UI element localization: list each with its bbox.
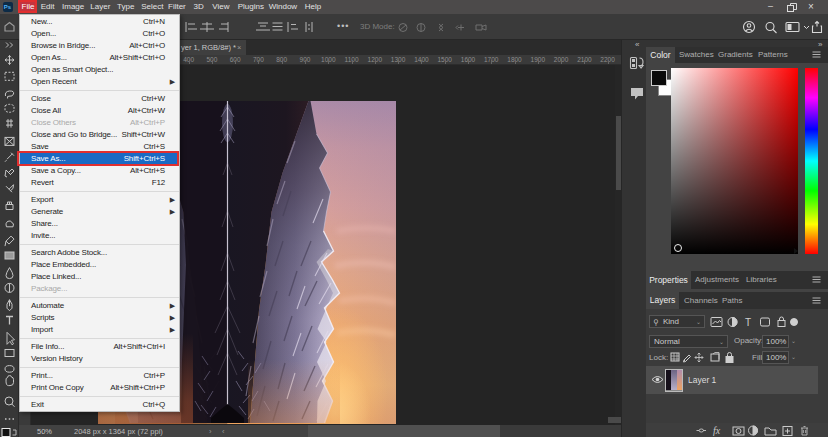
- svg-text:T: T: [745, 317, 751, 328]
- svg-text:fx: fx: [713, 425, 721, 436]
